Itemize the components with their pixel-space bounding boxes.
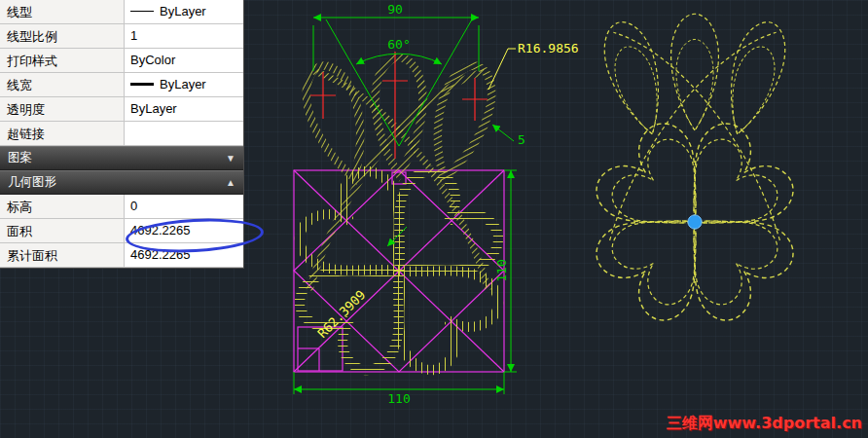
dimensions: 90 60° R16.9856 5 110: [294, 2, 579, 406]
dashed-top-loops: [596, 14, 794, 141]
property-row-plot-style[interactable]: 打印样式 ByColor: [0, 49, 243, 73]
property-value-text: 4692.2265: [130, 247, 190, 262]
property-value[interactable]: ByColor: [125, 49, 243, 72]
property-label: 线型比例: [0, 24, 125, 48]
lineweight-line-icon: [130, 83, 154, 86]
dashed-crossing-ribbons: [610, 32, 780, 240]
radius-label-top: R16.9856: [488, 41, 579, 90]
dim-text-90: 90: [387, 2, 403, 17]
properties-palette: 线型 ByLayer 线型比例 1 打印样式 ByColor 线宽 ByLaye…: [0, 0, 244, 269]
property-row-elevation[interactable]: 标高 0: [0, 195, 243, 219]
linetype-line-icon: [130, 11, 154, 12]
property-label: 标高: [0, 195, 125, 218]
property-value[interactable]: [125, 122, 243, 145]
area-value-text: 4692.2265: [130, 223, 190, 237]
cad-drawing-area[interactable]: 90 60° R16.9856 5 110: [243, 0, 868, 438]
property-row-cumulative-area[interactable]: 累计面积 4692.2265: [0, 243, 243, 268]
property-value-text: ByColor: [130, 53, 175, 67]
hatched-flower-drawing[interactable]: 90 60° R16.9856 5 110: [290, 2, 579, 406]
dim-height-right: 110: [494, 170, 517, 372]
property-label: 面积: [0, 219, 125, 242]
property-value[interactable]: ByLayer: [125, 97, 243, 121]
property-value-text: 1: [130, 28, 137, 43]
chevron-down-icon[interactable]: ▼: [226, 153, 235, 164]
radius-text-top: R16.9856: [518, 41, 579, 55]
property-value[interactable]: 4692.2265: [125, 219, 243, 242]
property-value-text: ByLayer: [160, 4, 206, 18]
chevron-up-icon[interactable]: ▲: [226, 177, 235, 188]
property-row-lineweight[interactable]: 线宽 ByLayer: [0, 73, 243, 97]
heart-clover: [290, 162, 508, 380]
dim-width-bottom: 110: [294, 372, 504, 406]
property-value-text: 0: [130, 199, 137, 213]
center-grip-dot[interactable]: [688, 215, 702, 229]
property-row-linetype[interactable]: 线型 ByLayer: [0, 0, 243, 24]
property-value[interactable]: ByLayer: [125, 73, 243, 96]
section-header-pattern[interactable]: 图案 ▼: [0, 146, 243, 170]
property-row-area[interactable]: 面积 4692.2265: [0, 219, 243, 243]
section-title: 图案: [8, 150, 32, 166]
property-value[interactable]: 1: [125, 24, 243, 48]
dashed-flower-drawing[interactable]: [587, 14, 803, 330]
property-row-linetype-scale[interactable]: 线型比例 1: [0, 24, 243, 49]
dim-text-5: 5: [518, 132, 525, 147]
section-title: 几何图形: [8, 174, 56, 191]
section-header-geometry[interactable]: 几何图形 ▲: [0, 170, 243, 195]
property-value-text: ByLayer: [130, 101, 177, 116]
property-row-hyperlink[interactable]: 超链接: [0, 122, 243, 146]
property-label: 线宽: [0, 73, 125, 96]
property-value[interactable]: 4692.2265: [125, 243, 243, 267]
watermark-text: 三维网www.3dportal.cn: [667, 414, 862, 434]
dim-text-110-right: 110: [494, 259, 509, 281]
property-label: 透明度: [0, 97, 125, 121]
property-label: 超链接: [0, 122, 125, 145]
dim-text-60deg: 60°: [387, 37, 410, 52]
property-value-text: ByLayer: [160, 77, 206, 91]
dim-text-110-bottom: 110: [387, 391, 410, 406]
property-label: 打印样式: [0, 49, 125, 72]
property-label: 线型: [0, 0, 125, 23]
property-value[interactable]: 0: [125, 195, 243, 218]
property-value[interactable]: ByLayer: [125, 0, 243, 23]
property-label: 累计面积: [0, 243, 125, 267]
cad-canvas[interactable]: 90 60° R16.9856 5 110: [243, 0, 868, 438]
dim-offset-5: 5: [492, 125, 525, 147]
property-row-transparency[interactable]: 透明度 ByLayer: [0, 97, 243, 122]
